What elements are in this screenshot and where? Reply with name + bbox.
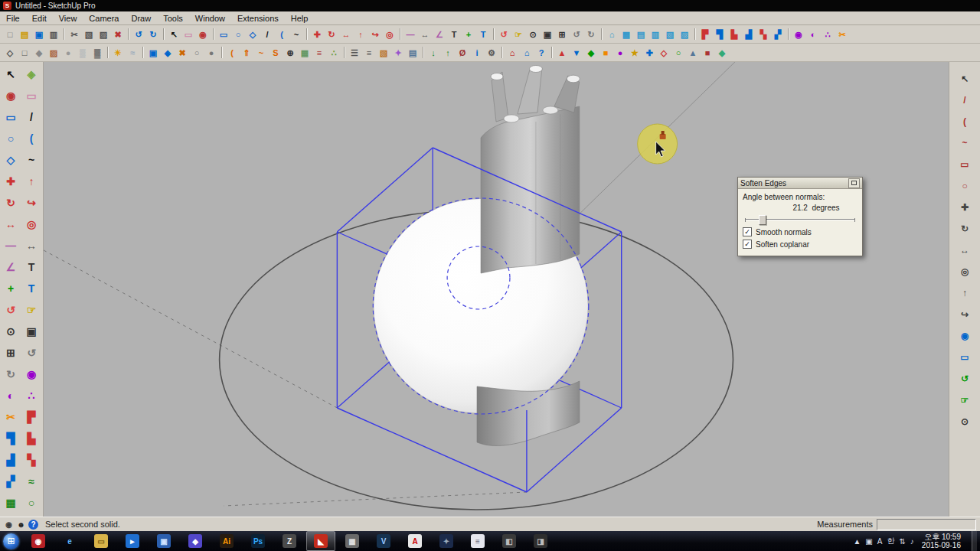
paint-bucket-icon[interactable]: ◉ [1, 86, 21, 106]
hidden-line-icon[interactable]: □ [18, 46, 31, 60]
axes-icon[interactable]: + [1, 279, 21, 298]
taskbar-dark-app-2[interactable]: ◨ [526, 531, 555, 551]
status-help-icon[interactable]: ? [28, 520, 38, 530]
weld-icon[interactable]: ⊕ [283, 46, 297, 60]
status-credit-icon[interactable]: ☻ [16, 520, 26, 530]
rp-line-icon[interactable]: / [957, 93, 972, 108]
zoom-window-icon[interactable]: ▣ [21, 321, 41, 341]
curviloft-icon[interactable]: ~ [254, 46, 268, 60]
rp-select-icon[interactable]: ↖ [957, 71, 972, 86]
taskbar-illustrator[interactable]: Ai [212, 531, 241, 551]
circle-icon[interactable]: ○ [1, 129, 21, 148]
solid-union-icon[interactable]: ▙ [727, 28, 741, 41]
solid-outer-shell-icon[interactable]: ▛ [21, 407, 41, 427]
solid-intersect-icon[interactable]: ▜ [1, 429, 21, 448]
zoom-window-icon[interactable]: ▣ [541, 28, 554, 41]
instructor-icon[interactable]: ? [534, 46, 548, 60]
text-icon[interactable]: T [447, 28, 461, 41]
rp-followme-icon[interactable]: ↪ [957, 307, 972, 322]
smooth-normals-checkbox[interactable]: ✓ [743, 227, 752, 236]
plugin-f-icon[interactable]: ★ [628, 46, 642, 60]
rp-arc-icon[interactable]: ( [957, 114, 972, 129]
rp-scale-icon[interactable]: ↔ [957, 243, 972, 258]
save-icon[interactable]: ▣ [32, 28, 46, 41]
circle-icon[interactable]: ○ [231, 28, 245, 41]
taskbar-notepad[interactable]: ≡ [463, 531, 492, 551]
menu-help[interactable]: Help [285, 13, 315, 24]
push-pull-icon[interactable]: ↑ [21, 171, 41, 191]
fork-prong-2[interactable] [518, 68, 542, 114]
zoom-next-icon[interactable]: ↻ [1, 364, 21, 384]
menu-file[interactable]: File [0, 13, 26, 24]
taskbar-vray[interactable]: V [369, 531, 398, 551]
text-icon[interactable]: T [21, 257, 41, 277]
tray-volume-icon[interactable]: ♪ [910, 537, 914, 546]
3d-warehouse-icon[interactable]: ⌂ [520, 46, 534, 60]
solid-trim-icon[interactable]: ▚ [756, 28, 770, 41]
arc-icon[interactable]: ( [21, 129, 41, 148]
tray-display-icon[interactable]: ▣ [865, 537, 872, 546]
solid-subtract-icon[interactable]: ▟ [742, 28, 756, 41]
plugin-c-icon[interactable]: ◆ [584, 46, 598, 60]
angle-slider[interactable] [744, 214, 856, 224]
solid-trim-icon[interactable]: ▚ [21, 450, 41, 470]
copy-icon[interactable]: ▧ [82, 28, 96, 41]
back-edges-icon[interactable]: ▓ [90, 46, 104, 60]
zoom-next-icon[interactable]: ↻ [584, 28, 598, 41]
component-spray-icon[interactable]: ∴ [327, 46, 341, 60]
slider-thumb[interactable] [759, 215, 766, 225]
make-group-icon[interactable]: ▣ [146, 46, 160, 60]
pan-icon[interactable]: ☞ [21, 300, 41, 320]
zoom-previous-icon[interactable]: ↺ [21, 343, 41, 363]
views-left-icon[interactable]: ▨ [678, 28, 691, 41]
status-geolocation-icon[interactable]: ◉ [4, 520, 14, 530]
line-icon[interactable]: / [260, 28, 274, 41]
solid-split-icon[interactable]: ▞ [771, 28, 785, 41]
rp-rect-icon[interactable]: ▭ [957, 157, 972, 172]
look-around-icon[interactable]: ◐ [806, 28, 820, 41]
undo-icon[interactable]: ↺ [132, 28, 145, 41]
preferences-icon[interactable]: ⚙ [485, 46, 498, 60]
soap-skin-icon[interactable]: ▦ [298, 46, 312, 60]
round-corner-icon[interactable]: ( [225, 46, 239, 60]
rp-paint-icon[interactable]: ◉ [957, 328, 972, 344]
scenes-icon[interactable]: ▤ [406, 46, 420, 60]
viewport[interactable]: Soften Edges Angle between normals: 21.2… [44, 62, 949, 517]
new-icon[interactable]: □ [3, 28, 17, 41]
solid-union-icon[interactable]: ▙ [21, 429, 41, 448]
measurements-input[interactable] [877, 519, 976, 530]
walk-icon[interactable]: ∴ [21, 386, 41, 406]
sandbox-from-scratch-icon[interactable]: ▦ [1, 493, 21, 513]
slicer-icon[interactable]: ≡ [312, 46, 326, 60]
plugin-k-icon[interactable]: ■ [701, 46, 714, 60]
menu-extensions[interactable]: Extensions [231, 13, 285, 24]
tray-expand-icon[interactable]: ▲ [853, 537, 861, 546]
walk-icon[interactable]: ∴ [821, 28, 835, 41]
plugin-i-icon[interactable]: ○ [671, 46, 685, 60]
push-pull-icon[interactable]: ↑ [354, 28, 368, 41]
taskbar-dark-app-1[interactable]: ◧ [495, 531, 524, 551]
zoom-extents-icon[interactable]: ⊞ [1, 343, 21, 363]
dialog-close-button[interactable] [848, 178, 860, 188]
zoom-extents-icon[interactable]: ⊞ [555, 28, 569, 41]
position-camera-icon[interactable]: ◉ [792, 28, 805, 41]
menu-draw[interactable]: Draw [125, 13, 157, 24]
tray-network-icon[interactable]: ⇅ [899, 537, 905, 546]
eraser-icon[interactable]: ▭ [21, 86, 41, 106]
plugin-b-icon[interactable]: ▼ [570, 46, 583, 60]
shadows-icon[interactable]: ☀ [111, 46, 125, 60]
taskbar-red-browser[interactable]: ◉ [24, 531, 53, 551]
plugin-l-icon[interactable]: ◆ [715, 46, 729, 60]
soften-coplanar-checkbox[interactable]: ✓ [743, 240, 752, 249]
solid-split-icon[interactable]: ▞ [1, 471, 21, 491]
rp-circle-icon[interactable]: ○ [957, 178, 972, 194]
joint-push-pull-icon[interactable]: ⇑ [240, 46, 253, 60]
rp-move-icon[interactable]: ✚ [957, 200, 972, 215]
plugin-e-icon[interactable]: ● [613, 46, 627, 60]
arc-icon[interactable]: ( [275, 28, 289, 41]
sandbox-from-contours-icon[interactable]: ≈ [21, 471, 41, 491]
x-ray-icon[interactable]: ▒ [76, 46, 90, 60]
taskbar-file-explorer[interactable]: ▭ [87, 531, 116, 551]
protractor-icon[interactable]: ∠ [433, 28, 446, 41]
section-plane-icon[interactable]: ✂ [835, 28, 849, 41]
